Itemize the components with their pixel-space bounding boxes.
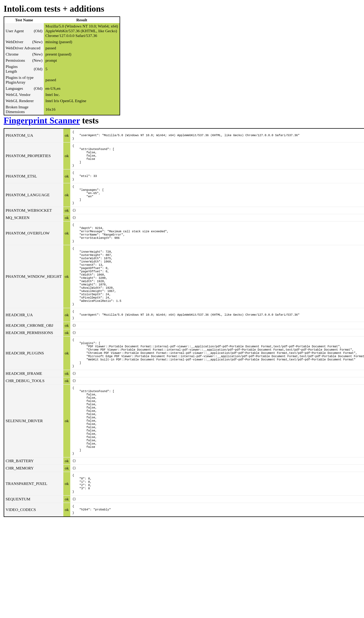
fp-name-cell: CHR_MEMORY — [4, 465, 63, 472]
test-tag-cell: (New) — [30, 39, 44, 45]
table-row: Broken Image Dimensions16x16 — [4, 104, 120, 115]
test-name-cell: WebGL Renderer — [4, 98, 44, 104]
table-row: HEADCHR_CHROME_OBJok{} — [4, 322, 364, 329]
fp-status-cell: ok — [63, 329, 70, 336]
fp-status-cell: ok — [63, 183, 70, 207]
table-row: PHANTOM_LANGUAGEok{ "languages": [ "en-U… — [4, 183, 364, 207]
fp-name-cell: SEQUENTUM — [4, 496, 63, 503]
fp-status-cell: ok — [63, 472, 70, 496]
table-row: PHANTOM_UAok{ "userAgent": "Mozilla/5.0 … — [4, 129, 364, 143]
fp-data-cell: { "etsl": 33 } — [70, 169, 364, 183]
fp-status-cell: ok — [63, 457, 70, 465]
intoli-table: Test Name Result User Agent(Old)Mozilla/… — [4, 16, 120, 115]
fp-name-cell: PHANTOM_OVERFLOW — [4, 221, 63, 245]
fp-status-cell: ok — [63, 322, 70, 329]
table-row: TRANSPARENT_PIXELok{ "0": 0, "1": 0, "2"… — [4, 472, 364, 496]
fp-status-cell: ok — [63, 377, 70, 384]
fp-data-cell: {} — [70, 457, 364, 465]
fp-data-cell: { "h264": "probably" } — [70, 503, 364, 517]
test-tag-cell: (Old) — [30, 23, 44, 39]
table-row: PHANTOM_OVERFLOWok{ "depth": 9234, "erro… — [4, 221, 364, 245]
fp-status-cell: ok — [63, 214, 70, 221]
table-row: Plugins Length(Old)5 — [4, 64, 120, 74]
fp-name-cell: HEADCHR_PERMISSIONS — [4, 329, 63, 336]
table-row: Chrome(New)present (passed) — [4, 51, 120, 57]
test-result-cell: prompt — [44, 57, 120, 64]
fp-name-cell: MQ_SCREEN — [4, 214, 63, 221]
fp-status-cell: ok — [63, 207, 70, 214]
fp-data-cell: {} — [70, 496, 364, 503]
fp-data-cell: { "userAgent": "Mozilla/5.0 (Windows NT … — [70, 308, 364, 322]
test-name-cell: Broken Image Dimensions — [4, 104, 44, 115]
table-row: SEQUENTUMok{} — [4, 496, 364, 503]
test-result-cell: missing (passed) — [44, 39, 120, 45]
fp-name-cell: CHR_BATTERY — [4, 457, 63, 465]
fp-status-cell: ok — [63, 129, 70, 143]
table-row: HEADCHR_UAok{ "userAgent": "Mozilla/5.0 … — [4, 308, 364, 322]
fp-data-cell: { "innerHeight": 720, "outerHeight": 807… — [70, 245, 364, 308]
fp-data-cell: { "plugins": [ "PDF Viewer::Portable Doc… — [70, 336, 364, 370]
fp-name-cell: TRANSPARENT_PIXEL — [4, 472, 63, 496]
test-tag-cell: (New) — [30, 51, 44, 57]
fp-name-cell: PHANTOM_ETSL — [4, 169, 63, 183]
fp-name-cell: SELENIUM_DRIVER — [4, 384, 63, 457]
fp-name-cell: HEADCHR_PLUGINS — [4, 336, 63, 370]
fp-status-cell: ok — [63, 142, 70, 169]
fp-data-cell: {} — [70, 370, 364, 377]
fp-data-cell: {} — [70, 322, 364, 329]
test-tag-cell: (New) — [30, 57, 44, 64]
test-name-cell: Plugins is of type PluginArray — [4, 74, 44, 85]
fp-status-cell: ok — [63, 245, 70, 308]
fp-status-cell: ok — [63, 336, 70, 370]
th-test-name: Test Name — [4, 17, 44, 23]
table-row: Permissions(New)prompt — [4, 57, 120, 64]
fp-name-cell: HEADCHR_UA — [4, 308, 63, 322]
fp-name-cell: PHANTOM_LANGUAGE — [4, 183, 63, 207]
th-result: Result — [44, 17, 120, 23]
table-row: User Agent(Old)Mozilla/5.0 (Windows NT 1… — [4, 23, 120, 39]
test-result-cell: Intel Inc. — [44, 92, 120, 98]
fp-data-cell: {} — [70, 329, 364, 336]
fp-data-cell: {} — [70, 207, 364, 214]
test-result-cell: present (passed) — [44, 51, 120, 57]
fp-data-cell: {} — [70, 214, 364, 221]
test-name-cell: Chrome — [4, 51, 30, 57]
table-row: WebDriver Advancedpassed — [4, 45, 120, 51]
fp-table: PHANTOM_UAok{ "userAgent": "Mozilla/5.0 … — [4, 128, 364, 517]
fp-name-cell: CHR_DEBUG_TOOLS — [4, 377, 63, 384]
test-name-cell: WebDriver Advanced — [4, 45, 44, 51]
heading-intoli: Intoli.com tests + additions — [4, 4, 364, 14]
fp-name-cell: PHANTOM_WEBSOCKET — [4, 207, 63, 214]
fp-data-cell: { "languages": [ "en-US", "en" ] } — [70, 183, 364, 207]
test-name-cell: WebDriver — [4, 39, 30, 45]
test-name-cell: User Agent — [4, 23, 30, 39]
fp-data-cell: { "attributesFound": [ false, false, fal… — [70, 384, 364, 457]
table-row: HEADCHR_PERMISSIONSok{} — [4, 329, 364, 336]
fp-data-cell: {} — [70, 465, 364, 472]
fp-link[interactable]: Fingerprint Scanner — [4, 116, 80, 125]
test-result-cell: Mozilla/5.0 (Windows NT 10.0; Win64; x64… — [44, 23, 120, 39]
fp-name-cell: PHANTOM_WINDOW_HEIGHT — [4, 245, 63, 308]
test-name-cell: Plugins Length — [4, 64, 30, 74]
fp-status-cell: ok — [63, 308, 70, 322]
test-name-cell: WebGL Vendor — [4, 92, 44, 98]
heading-fp: Fingerprint Scanner tests — [4, 115, 364, 125]
table-row: WebDriver(New)missing (passed) — [4, 39, 120, 45]
test-tag-cell: (Old) — [30, 85, 44, 92]
test-result-cell: 16x16 — [44, 104, 120, 115]
table-row: CHR_BATTERYok{} — [4, 457, 364, 465]
test-tag-cell: (Old) — [30, 64, 44, 74]
table-row: PHANTOM_WEBSOCKETok{} — [4, 207, 364, 214]
table-row: VIDEO_CODECSok{ "h264": "probably" } — [4, 503, 364, 517]
fp-status-cell: ok — [63, 370, 70, 377]
table-row: HEADCHR_PLUGINSok{ "plugins": [ "PDF Vie… — [4, 336, 364, 370]
table-row: CHR_MEMORYok{} — [4, 465, 364, 472]
fp-name-cell: VIDEO_CODECS — [4, 503, 63, 517]
fp-rest: tests — [80, 116, 99, 125]
table-row: Plugins is of type PluginArraypassed — [4, 74, 120, 85]
fp-name-cell: HEADCHR_CHROME_OBJ — [4, 322, 63, 329]
table-row: SELENIUM_DRIVERok{ "attributesFound": [ … — [4, 384, 364, 457]
fp-status-cell: ok — [63, 169, 70, 183]
fp-name-cell: PHANTOM_PROPERTIES — [4, 142, 63, 169]
fp-status-cell: ok — [63, 496, 70, 503]
